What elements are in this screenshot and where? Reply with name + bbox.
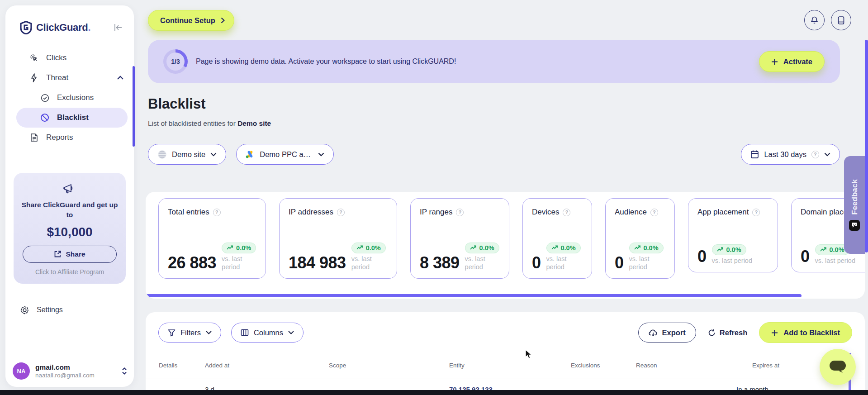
settings-label: Settings [37, 306, 63, 314]
trend-badge: 0.0% [465, 243, 499, 253]
sidebar-item-label: Exclusions [57, 93, 94, 102]
page-subtitle-site: Demo site [237, 119, 271, 127]
trend-up-icon [820, 247, 827, 252]
ppc-account-selector[interactable]: Demo PPC ac... [236, 144, 334, 165]
help-icon[interactable]: ? [563, 209, 570, 216]
stat-card-label: IP addresses [289, 208, 333, 217]
megaphone-icon [21, 183, 119, 195]
stat-card-label: IP ranges [420, 208, 452, 217]
stat-card-value: 0 [697, 248, 707, 265]
help-icon[interactable]: ? [752, 209, 760, 216]
help-icon[interactable]: ? [456, 209, 464, 216]
columns-label: Columns [254, 328, 283, 337]
sidebar-item-settings[interactable]: Settings [5, 305, 134, 315]
logo-row: ClickGuard. [5, 5, 134, 34]
cell-added-at: 3 d [205, 385, 214, 390]
sidebar-item-reports[interactable]: Reports [5, 128, 134, 148]
table-header-cell[interactable]: Scope [329, 362, 437, 379]
vs-last-period-label: vs. last period [815, 257, 855, 265]
trend-up-icon [634, 245, 641, 250]
table-header-row: DetailsAdded atScopeEntityExclusionsReas… [146, 362, 865, 379]
chevron-down-icon [206, 331, 212, 334]
refresh-button[interactable]: Refresh [708, 328, 747, 337]
trend-up-icon [227, 245, 233, 250]
site-selector[interactable]: Demo site [148, 144, 226, 165]
help-icon[interactable]: ? [213, 209, 221, 216]
plus-icon [771, 58, 778, 65]
lightning-icon [29, 73, 39, 82]
stat-card: Total entries ? 26 883 0.0% vs. last per… [158, 198, 266, 279]
stat-card-value: 8 389 [420, 255, 460, 271]
export-button[interactable]: Export [638, 323, 696, 343]
chevron-down-icon [824, 152, 830, 157]
affiliate-promo-card[interactable]: Share ClickGuard and get up to $10,000 S… [14, 173, 126, 284]
share-button[interactable]: Share [23, 246, 117, 263]
feedback-label: Feedback [850, 179, 859, 215]
feedback-tab[interactable]: Feedback [844, 156, 865, 254]
page-scrollbar[interactable] [865, 40, 868, 252]
activate-button[interactable]: Activate [759, 51, 825, 72]
clickguard-shield-icon [20, 21, 32, 34]
horizontal-scrollbar[interactable] [146, 294, 802, 297]
sidebar-item-exclusions[interactable]: Exclusions [5, 88, 134, 108]
continue-setup-button[interactable]: Continue Setup [148, 10, 234, 31]
promo-footer: Click to Affiliate Program [21, 268, 119, 276]
stat-card-label: Total entries [168, 208, 209, 217]
bell-icon [810, 16, 819, 25]
context-filters-row: Demo site Demo PPC ac... Last 30 days ? [148, 144, 840, 165]
table-header-cell[interactable]: Entity [437, 362, 571, 379]
chat-widget-button[interactable] [820, 349, 856, 385]
page-title: Blacklist [148, 96, 206, 112]
trend-value: 0.0% [366, 244, 381, 252]
sidebar-item-label: Blacklist [57, 113, 89, 122]
trend-up-icon [470, 245, 477, 250]
trend-badge: 0.0% [351, 243, 386, 253]
table-header-cell[interactable]: Exclusions [571, 362, 636, 379]
sidebar-item-clicks[interactable]: Clicks [5, 48, 134, 68]
account-switcher[interactable]: NA gmail.com naatali.ro@gmail.com [13, 362, 128, 380]
refresh-label: Refresh [720, 328, 747, 337]
documentation-button[interactable] [831, 10, 851, 30]
notifications-button[interactable] [804, 10, 825, 30]
table-row[interactable]: 3 d 70.125.92.123 In a month [146, 379, 865, 390]
sidebar-item-label: Clicks [46, 53, 66, 62]
ppc-account-value: Demo PPC ac... [260, 150, 313, 159]
help-icon[interactable]: ? [337, 209, 345, 216]
vs-last-period-label: vs. last period [222, 255, 253, 271]
help-icon[interactable]: ? [650, 209, 658, 216]
sidebar: ClickGuard. Clicks Threa [5, 5, 134, 387]
table-header-cell[interactable]: Reason [636, 362, 740, 379]
vs-last-period-label: vs. last period [629, 255, 661, 271]
sidebar-item-threat[interactable]: Threat [5, 68, 134, 88]
trend-up-icon [717, 247, 724, 252]
stat-card-value: 0 [532, 255, 541, 271]
date-range-selector[interactable]: Last 30 days ? [741, 144, 840, 165]
table-header-cell[interactable]: Details [159, 362, 205, 379]
bottom-edge-bar [0, 390, 868, 395]
table-header-cell[interactable]: Added at [205, 362, 329, 379]
stat-card: IP ranges ? 8 389 0.0% vs. last period [410, 198, 509, 279]
export-label: Export [662, 328, 686, 337]
stat-card-value: 26 883 [168, 255, 216, 271]
help-icon: ? [811, 151, 819, 158]
sidebar-nav: Clicks Threat Exclusions [5, 48, 134, 148]
add-to-blacklist-button[interactable]: Add to Blacklist [759, 322, 852, 343]
trend-value: 0.0% [561, 244, 576, 252]
filters-dropdown[interactable]: Filters [158, 323, 221, 343]
promo-title: Share ClickGuard and get up to [21, 200, 119, 220]
badge-check-icon [40, 94, 50, 102]
continue-setup-label: Continue Setup [160, 16, 215, 25]
banner-message: Page is showing demo data. Activate your… [196, 57, 456, 66]
activate-label: Activate [783, 57, 812, 66]
sidebar-collapse-icon[interactable] [113, 24, 123, 32]
vs-last-period-label: vs. last period [351, 255, 383, 271]
columns-dropdown[interactable]: Columns [231, 323, 304, 343]
vs-last-period-label: vs. last period [712, 257, 752, 265]
trend-badge: 0.0% [712, 244, 746, 255]
chevron-right-icon [221, 17, 225, 24]
feedback-smiley-icon [849, 220, 860, 231]
book-icon [837, 16, 845, 25]
sidebar-item-blacklist[interactable]: Blacklist [16, 108, 128, 128]
account-email: naatali.ro@gmail.com [35, 372, 95, 379]
globe-icon [157, 150, 167, 159]
